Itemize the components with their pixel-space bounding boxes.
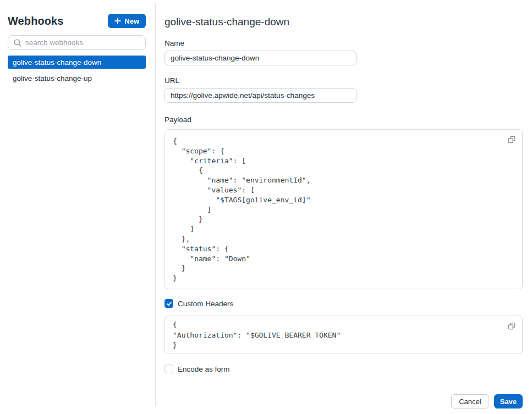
plus-icon xyxy=(114,18,121,24)
encode-as-form-label[interactable]: Encode as form xyxy=(178,365,230,373)
new-webhook-button[interactable]: New xyxy=(108,14,146,28)
footer-divider xyxy=(164,389,523,389)
cancel-button[interactable]: Cancel xyxy=(451,394,489,409)
custom-headers-checkbox[interactable] xyxy=(164,299,173,308)
webhook-list: golive-status-change-down golive-status-… xyxy=(8,56,146,85)
copy-icon xyxy=(508,323,515,332)
custom-headers-label[interactable]: Custom Headers xyxy=(178,300,233,308)
sidebar-header: Webhooks New xyxy=(8,14,146,28)
page-title: golive-status-change-down xyxy=(164,16,523,28)
custom-headers-row: Custom Headers xyxy=(164,299,523,308)
webhooks-sidebar: Webhooks New golive-status-change-down g… xyxy=(0,3,156,406)
encode-as-form-checkbox[interactable] xyxy=(164,365,173,373)
payload-label: Payload xyxy=(164,115,523,124)
encode-as-form-row: Encode as form xyxy=(164,365,523,373)
check-icon xyxy=(166,301,172,307)
sidebar-title: Webhooks xyxy=(8,15,64,27)
payload-editor-container: { "scope": { "criteria": [ { "name": "en… xyxy=(164,129,523,289)
sidebar-item-golive-status-change-down[interactable]: golive-status-change-down xyxy=(8,56,146,69)
payload-editor[interactable]: { "scope": { "criteria": [ { "name": "en… xyxy=(165,130,522,290)
name-label: Name xyxy=(164,39,523,47)
webhook-detail-panel: golive-status-change-down Name URL Paylo… xyxy=(156,3,532,413)
url-label: URL xyxy=(164,76,523,85)
url-field[interactable] xyxy=(164,88,357,103)
footer-actions: Cancel Save xyxy=(164,394,523,409)
sidebar-item-golive-status-change-up[interactable]: golive-status-change-up xyxy=(8,71,146,85)
search-box xyxy=(8,35,146,50)
headers-editor-container: { "Authorization": "$GOLIVE_BEARER_TOKEN… xyxy=(164,316,523,354)
app-layout: Webhooks New golive-status-change-down g… xyxy=(0,3,532,413)
new-button-label: New xyxy=(124,17,139,25)
headers-editor[interactable]: { "Authorization": "$GOLIVE_BEARER_TOKEN… xyxy=(165,316,522,355)
headers-copy-button[interactable] xyxy=(507,322,517,332)
search-webhooks-input[interactable] xyxy=(8,36,145,49)
name-field[interactable] xyxy=(164,51,357,65)
payload-copy-button[interactable] xyxy=(507,135,517,145)
copy-icon xyxy=(508,137,515,145)
save-button[interactable]: Save xyxy=(494,394,523,409)
